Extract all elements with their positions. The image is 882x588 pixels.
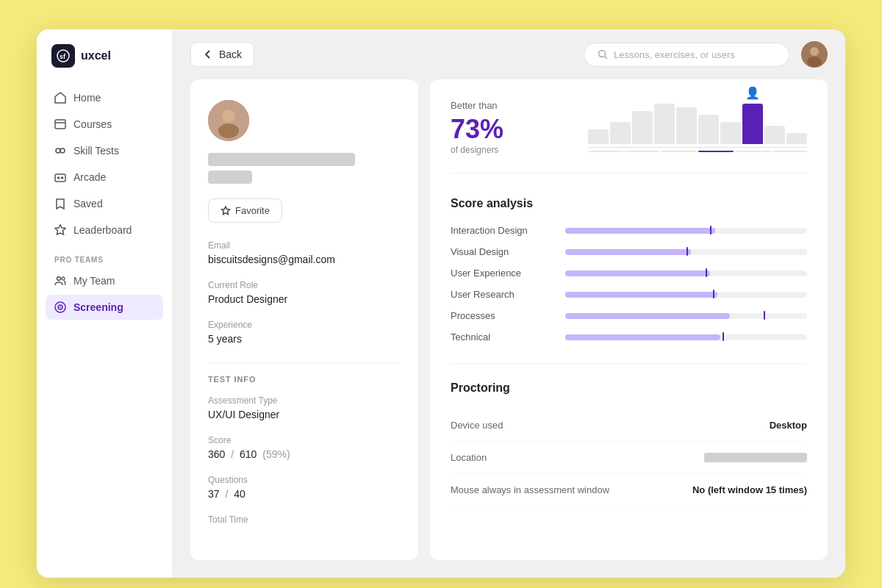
svg-point-9 — [62, 277, 65, 280]
content-area: Favorite Email biscuitsdesigns@gmail.com… — [173, 79, 845, 578]
proctoring-mouse-row: Mouse always in assessment window No (le… — [451, 474, 807, 506]
score-row-interaction: Interaction Design — [451, 225, 807, 236]
svg-point-6 — [58, 177, 60, 179]
sidebar-item-saved[interactable]: Saved — [46, 191, 163, 216]
score-rows: Interaction Design Visual Design — [451, 225, 807, 343]
proctoring-section: Proctoring Device used Desktop Location … — [451, 363, 807, 506]
chart-bar-7 — [720, 122, 741, 144]
my-team-icon — [54, 275, 66, 287]
score-row-ux: User Experience — [451, 268, 807, 279]
search-bar[interactable]: Lessons, exercises, or users — [584, 43, 789, 67]
svg-point-7 — [62, 177, 63, 179]
chart-section: 👤 — [588, 100, 807, 152]
main-content: Back Lessons, exercises, or users — [173, 29, 845, 578]
assessment-type-section: Assessment Type UX/UI Designer — [208, 395, 401, 420]
svg-point-19 — [218, 123, 239, 138]
svg-point-15 — [810, 47, 819, 56]
sidebar-item-home[interactable]: Home — [46, 85, 163, 110]
score-row-visual: Visual Design — [451, 246, 807, 257]
proctoring-location-row: Location — [451, 442, 807, 474]
saved-icon — [54, 198, 66, 209]
arcade-icon — [54, 171, 66, 183]
pro-teams-label: PRO TEAMS — [37, 243, 172, 268]
svg-point-13 — [599, 51, 606, 57]
leaderboard-icon — [54, 224, 66, 236]
chart-bar-4 — [654, 104, 675, 144]
score-analysis-title: Score analysis — [451, 197, 807, 210]
svg-point-12 — [60, 306, 61, 308]
score-row-technical: Technical — [451, 331, 807, 343]
score-row-processes: Processes — [451, 310, 807, 321]
chart-bar-active: 👤 — [742, 104, 763, 144]
logo: sf uxcel — [37, 44, 172, 85]
svg-point-18 — [222, 110, 235, 123]
total-time-section: Total Time — [208, 514, 401, 525]
chart-bar-6 — [698, 115, 719, 144]
pro-teams-nav: My Team Screening — [37, 268, 172, 320]
svg-text:sf: sf — [60, 53, 66, 60]
user-avatar — [208, 100, 249, 141]
back-button[interactable]: Back — [190, 42, 254, 67]
proctoring-device-row: Device used Desktop — [451, 409, 807, 442]
logo-icon: sf — [51, 44, 75, 68]
svg-rect-5 — [55, 174, 65, 182]
sidebar-item-arcade[interactable]: Arcade — [46, 165, 163, 190]
chart-bar-9 — [764, 126, 785, 144]
topbar-right: Lessons, exercises, or users — [584, 41, 828, 68]
svg-point-8 — [57, 277, 61, 281]
screening-icon — [54, 301, 66, 313]
sidebar-item-my-team[interactable]: My Team — [46, 268, 163, 293]
sidebar-item-screening[interactable]: Screening — [46, 295, 163, 320]
home-icon — [54, 92, 66, 104]
role-section: Current Role Product Designer — [208, 280, 401, 305]
logo-text: uxcel — [81, 49, 111, 62]
questions-value: 37 / 40 — [208, 488, 401, 500]
svg-rect-2 — [55, 120, 65, 129]
user-avatar-top[interactable] — [801, 41, 828, 68]
skill-tests-icon — [54, 145, 66, 157]
topbar: Back Lessons, exercises, or users — [173, 29, 845, 79]
svg-point-16 — [807, 57, 822, 67]
svg-point-3 — [56, 148, 60, 153]
sidebar-item-skill-tests[interactable]: Skill Tests — [46, 138, 163, 163]
right-panel: Better than 73% of designers — [430, 79, 828, 560]
chart-bar-5 — [676, 107, 697, 144]
courses-icon — [54, 118, 66, 130]
sidebar: sf uxcel Home Courses — [37, 29, 173, 578]
experience-section: Experience 5 years — [208, 320, 401, 345]
chart-bar-10 — [786, 133, 807, 144]
chart-bar-2 — [610, 122, 631, 144]
chart-bar-3 — [632, 111, 653, 144]
search-icon — [598, 49, 608, 60]
user-name-line2 — [208, 171, 252, 184]
better-than-info: Better than 73% of designers — [451, 100, 503, 155]
svg-point-4 — [60, 148, 65, 153]
sidebar-item-courses[interactable]: Courses — [46, 112, 163, 137]
back-arrow-icon — [203, 49, 213, 60]
sidebar-item-leaderboard[interactable]: Leaderboard — [46, 218, 163, 243]
score-section: Score 360 / 610 (59%) — [208, 435, 401, 460]
score-value: 360 / 610 (59%) — [208, 448, 401, 460]
chart-bar-1 — [588, 129, 609, 144]
email-section: Email biscuitsdesigns@gmail.com — [208, 240, 401, 265]
location-blurred — [704, 453, 807, 462]
test-info-header: TEST INFO — [208, 362, 401, 384]
user-name-line1 — [208, 153, 355, 166]
better-than-section: Better than 73% of designers — [451, 100, 807, 173]
proctoring-title: Proctoring — [451, 381, 807, 395]
left-panel: Favorite Email biscuitsdesigns@gmail.com… — [190, 79, 418, 560]
sidebar-nav: Home Courses Skill Tests — [37, 85, 172, 243]
score-row-research: User Research — [451, 289, 807, 300]
star-icon — [220, 206, 231, 216]
favorite-button[interactable]: Favorite — [208, 198, 282, 223]
questions-section: Questions 37 / 40 — [208, 475, 401, 500]
